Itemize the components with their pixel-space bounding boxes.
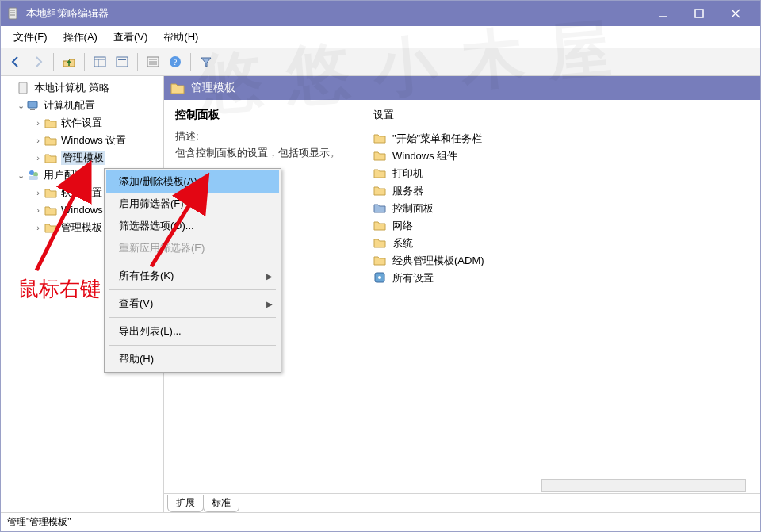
svg-rect-0 xyxy=(9,8,17,19)
list-item[interactable]: "开始"菜单和任务栏 xyxy=(373,130,749,147)
ctx-sep xyxy=(109,345,276,346)
list-pane: 设置 "开始"菜单和任务栏Windows 组件打印机服务器控制面板网络系统经典管… xyxy=(362,100,760,493)
folder-icon xyxy=(170,81,185,95)
status-text: 管理"管理模板" xyxy=(7,515,71,529)
ctx-enable-filter[interactable]: 启用筛选器(F) xyxy=(106,193,279,215)
status-bar: 管理"管理模板" xyxy=(1,512,760,531)
list-item[interactable]: 控制面板 xyxy=(373,200,749,217)
collapse-icon[interactable]: ⌄ xyxy=(15,101,26,111)
list-item-label: 经典管理模板(ADM) xyxy=(392,254,484,268)
folder-icon xyxy=(373,236,388,251)
svg-text:?: ? xyxy=(174,57,178,67)
list-item[interactable]: 经典管理模板(ADM) xyxy=(373,252,749,270)
tree-windows-settings[interactable]: › Windows 设置 xyxy=(6,132,163,149)
folder-icon xyxy=(44,203,58,217)
list-item-label: 所有设置 xyxy=(392,271,434,285)
expand-icon[interactable]: › xyxy=(33,188,44,197)
menu-view[interactable]: 查看(V) xyxy=(105,27,155,48)
svg-rect-11 xyxy=(117,57,128,67)
ctx-all-tasks[interactable]: 所有任务(K) xyxy=(106,265,279,287)
menu-file[interactable]: 文件(F) xyxy=(6,27,55,48)
svg-rect-5 xyxy=(695,10,703,17)
properties-button[interactable] xyxy=(112,52,132,72)
ctx-filter-options[interactable]: 筛选器选项(O)... xyxy=(106,215,279,237)
list-item[interactable]: Windows 组件 xyxy=(373,147,749,165)
toolbar: ? xyxy=(1,48,760,75)
app-window: 本地组策略编辑器 文件(F) 操作(A) 查看(V) 帮助(H) ? xyxy=(0,0,761,532)
menu-bar: 文件(F) 操作(A) 查看(V) 帮助(H) xyxy=(1,26,760,48)
ctx-help[interactable]: 帮助(H) xyxy=(106,348,279,370)
folder-icon xyxy=(373,219,388,233)
expand-icon[interactable]: › xyxy=(33,223,44,232)
ctx-export-list[interactable]: 导出列表(L)... xyxy=(106,320,279,343)
tree-admin-templates[interactable]: › 管理模板 xyxy=(6,149,163,166)
list-item-label: 网络 xyxy=(392,219,413,233)
list-item-label: 系统 xyxy=(392,236,413,251)
svg-rect-8 xyxy=(94,57,105,67)
ctx-sep xyxy=(109,262,276,262)
folder-icon xyxy=(44,220,58,235)
desc-heading: 控制面板 xyxy=(175,108,351,122)
forward-button[interactable] xyxy=(28,52,48,72)
toolbar-sep xyxy=(53,53,54,71)
up-button[interactable] xyxy=(59,52,79,72)
svg-rect-20 xyxy=(28,101,37,108)
svg-rect-24 xyxy=(29,176,38,180)
help-button[interactable]: ? xyxy=(165,52,185,72)
minimize-button[interactable] xyxy=(644,1,681,26)
users-icon xyxy=(26,168,40,182)
ctx-add-remove-templates[interactable]: 添加/删除模板(A)... xyxy=(106,170,279,193)
list-item[interactable]: 系统 xyxy=(373,235,749,252)
back-button[interactable] xyxy=(6,52,26,72)
maximize-button[interactable] xyxy=(681,1,717,26)
location-label: 管理模板 xyxy=(191,81,235,95)
desc-text: 包含控制面板的设置，包括项显示。 xyxy=(175,147,340,159)
window-title: 本地组策略编辑器 xyxy=(26,6,644,21)
window-controls xyxy=(644,1,754,26)
ctx-view[interactable]: 查看(V) xyxy=(106,293,279,315)
list-item[interactable]: 打印机 xyxy=(373,165,749,182)
policy-icon xyxy=(17,81,31,95)
filter-button[interactable] xyxy=(196,52,216,72)
tree-computer-config[interactable]: ⌄ 计算机配置 xyxy=(6,97,163,114)
tree-software-settings[interactable]: › 软件设置 xyxy=(6,114,163,132)
menu-help[interactable]: 帮助(H) xyxy=(155,27,206,48)
ctx-sep xyxy=(109,289,276,290)
svg-point-26 xyxy=(378,276,381,279)
svg-rect-19 xyxy=(19,82,27,94)
show-hide-tree-button[interactable] xyxy=(90,52,110,72)
expand-icon[interactable]: › xyxy=(33,205,44,215)
list-item[interactable]: 服务器 xyxy=(373,182,749,200)
close-button[interactable] xyxy=(717,1,754,26)
expand-icon[interactable]: › xyxy=(33,153,44,163)
expand-icon[interactable]: › xyxy=(33,118,44,128)
list-item[interactable]: 所有设置 xyxy=(373,270,749,287)
list-item-label: Windows 组件 xyxy=(392,149,457,163)
folder-icon xyxy=(373,132,388,146)
list-item-label: "开始"菜单和任务栏 xyxy=(392,132,482,146)
folder-icon xyxy=(44,186,58,200)
folder-icon xyxy=(44,133,58,147)
ctx-reapply-filter: 重新应用筛选器(E) xyxy=(106,237,279,259)
app-icon xyxy=(7,7,20,20)
svg-rect-12 xyxy=(118,59,126,60)
collapse-icon[interactable]: ⌄ xyxy=(15,170,26,181)
ctx-sep xyxy=(109,317,276,318)
tab-extended[interactable]: 扩展 xyxy=(167,495,204,512)
list-item-label: 控制面板 xyxy=(392,201,434,216)
list-item[interactable]: 网络 xyxy=(373,217,749,235)
location-bar: 管理模板 xyxy=(164,76,760,100)
tab-standard[interactable]: 标准 xyxy=(203,495,239,512)
menu-action[interactable]: 操作(A) xyxy=(55,27,105,48)
list-button[interactable] xyxy=(143,52,163,72)
horizontal-scrollbar[interactable] xyxy=(541,479,746,492)
desc-label: 描述: 包含控制面板的设置，包括项显示。 xyxy=(175,128,351,162)
expand-icon[interactable]: › xyxy=(33,136,44,145)
folder-icon xyxy=(373,184,388,198)
folder-icon xyxy=(373,166,388,181)
folder-selected-icon xyxy=(373,201,388,216)
tree-root[interactable]: 本地计算机 策略 xyxy=(6,79,163,97)
list-item-label: 服务器 xyxy=(392,184,423,198)
toolbar-sep xyxy=(137,53,138,71)
settings-icon xyxy=(373,271,388,285)
